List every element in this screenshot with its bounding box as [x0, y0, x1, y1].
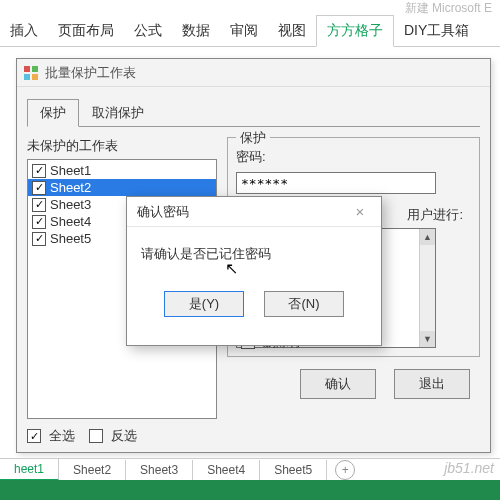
status-bar — [0, 480, 500, 500]
invert-checkbox[interactable]: 反选 — [89, 427, 137, 445]
yes-button[interactable]: 是(Y) — [164, 291, 244, 317]
modal-buttons: 是(Y) 否(N) — [141, 291, 367, 317]
tab-insert[interactable]: 插入 — [0, 16, 48, 46]
dialog-sysicon — [23, 65, 39, 81]
password-label: 密码: — [236, 148, 471, 166]
svg-rect-1 — [32, 66, 38, 72]
tab-pagelayout[interactable]: 页面布局 — [48, 16, 124, 46]
invert-label: 反选 — [111, 427, 137, 445]
sheet-tab[interactable]: Sheet2 — [59, 460, 126, 480]
tab-ffgz[interactable]: 方方格子 — [316, 15, 394, 47]
checkbox-icon — [89, 429, 103, 443]
modal-message: 请确认是否已记住密码 — [141, 246, 271, 261]
tab-diy[interactable]: DIY工具箱 — [394, 16, 479, 46]
list-item[interactable]: ✓Sheet2 — [28, 179, 216, 196]
svg-rect-0 — [24, 66, 30, 72]
unprotected-label: 未保护的工作表 — [27, 137, 217, 155]
dialog-title: 批量保护工作表 — [45, 64, 136, 82]
cursor-icon: ↖ — [225, 259, 238, 278]
ok-button[interactable]: 确认 — [300, 369, 376, 399]
dialog-tabstrip: 保护 取消保护 — [27, 99, 480, 127]
sheet-tab[interactable]: Sheet3 — [126, 460, 193, 480]
checkbox-icon[interactable]: ✓ — [32, 198, 46, 212]
sheet-tab[interactable]: heet1 — [0, 459, 59, 481]
checkbox-icon[interactable]: ✓ — [32, 181, 46, 195]
sheet-name: Sheet2 — [50, 180, 91, 195]
modal-title-text: 确认密码 — [137, 203, 189, 221]
add-sheet-button[interactable]: + — [335, 460, 355, 480]
dialog-titlebar: 批量保护工作表 — [17, 59, 490, 87]
svg-rect-2 — [24, 74, 30, 80]
tab-data[interactable]: 数据 — [172, 16, 220, 46]
sheet-name: Sheet5 — [50, 231, 91, 246]
scroll-up-icon[interactable]: ▲ — [420, 229, 435, 245]
close-icon[interactable]: × — [345, 203, 375, 220]
checkbox-icon[interactable]: ✓ — [32, 232, 46, 246]
confirm-password-modal: 确认密码 × 请确认是否已记住密码 ↖ 是(Y) 否(N) — [126, 196, 382, 346]
sheet-name: Sheet3 — [50, 197, 91, 212]
sheet-tabs: heet1 Sheet2 Sheet3 Sheet4 Sheet5 + — [0, 458, 500, 480]
modal-body: 请确认是否已记住密码 ↖ 是(Y) 否(N) — [127, 227, 381, 317]
tab-view[interactable]: 视图 — [268, 16, 316, 46]
fieldset-legend: 保护 — [236, 129, 270, 147]
dtab-unprotect[interactable]: 取消保护 — [79, 99, 157, 127]
modal-titlebar: 确认密码 × — [127, 197, 381, 227]
scrollbar[interactable]: ▲ ▼ — [419, 229, 435, 347]
left-bottom: ✓全选 反选 — [27, 427, 217, 445]
cancel-button[interactable]: 退出 — [394, 369, 470, 399]
tab-review[interactable]: 审阅 — [220, 16, 268, 46]
sheet-name: Sheet1 — [50, 163, 91, 178]
tab-formulas[interactable]: 公式 — [124, 16, 172, 46]
checkbox-icon: ✓ — [27, 429, 41, 443]
select-all-label: 全选 — [49, 427, 75, 445]
dtab-protect[interactable]: 保护 — [27, 99, 79, 127]
svg-rect-3 — [32, 74, 38, 80]
ribbon: 新建 Microsoft E 插入 页面布局 公式 数据 审阅 视图 方方格子 … — [0, 0, 500, 47]
checkbox-icon[interactable]: ✓ — [32, 164, 46, 178]
sheet-tab[interactable]: Sheet5 — [260, 460, 327, 480]
scroll-down-icon[interactable]: ▼ — [420, 331, 435, 347]
dialog-buttons: 确认 退出 — [227, 369, 480, 399]
sheet-name: Sheet4 — [50, 214, 91, 229]
sheet-tab[interactable]: Sheet4 — [193, 460, 260, 480]
ribbon-tabs: 插入 页面布局 公式 数据 审阅 视图 方方格子 DIY工具箱 — [0, 15, 500, 46]
list-item[interactable]: ✓Sheet1 — [28, 162, 216, 179]
password-input[interactable] — [236, 172, 436, 194]
checkbox-icon[interactable]: ✓ — [32, 215, 46, 229]
no-button[interactable]: 否(N) — [264, 291, 344, 317]
select-all-checkbox[interactable]: ✓全选 — [27, 427, 75, 445]
